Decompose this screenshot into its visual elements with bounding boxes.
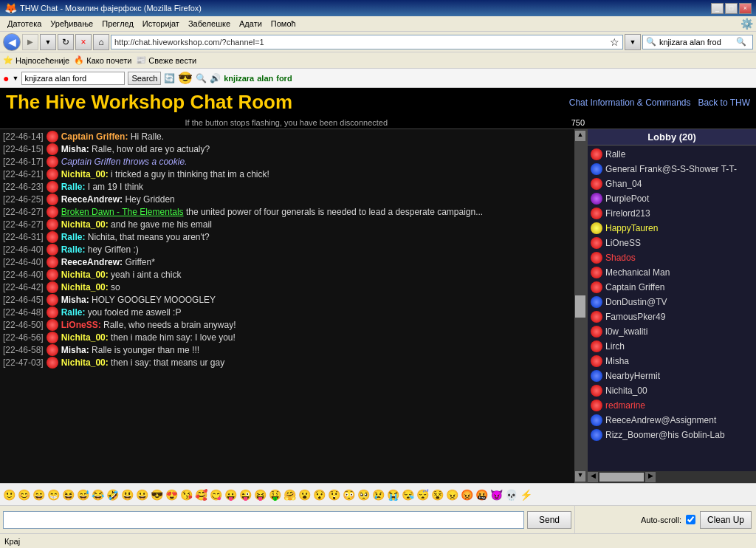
emoji-32[interactable]: 🤬 <box>475 489 488 501</box>
user-list-item[interactable]: Shados <box>589 250 755 265</box>
refresh-icon[interactable]: 🔄 <box>164 73 175 83</box>
minimize-button[interactable]: _ <box>711 3 724 14</box>
emoji-22[interactable]: 😲 <box>328 489 340 501</box>
emoji-1[interactable]: 😊 <box>18 489 30 501</box>
chat-messages[interactable]: [22-46-14]Captain Griffen: Hi Ralle.[22-… <box>0 129 574 483</box>
scroll-up-button[interactable]: ▲ <box>575 131 585 141</box>
go-button[interactable]: ▼ <box>625 34 641 50</box>
user-list-item[interactable]: NearbyHermit <box>589 369 755 383</box>
user-list-item[interactable]: redmarine <box>589 398 755 413</box>
maximize-button[interactable]: □ <box>725 3 738 14</box>
user-list-item[interactable]: DonDustin@TV <box>589 295 755 309</box>
message-input[interactable] <box>3 511 524 529</box>
search-button[interactable]: Search <box>128 72 161 85</box>
user-list-item[interactable]: Mechanical Man <box>589 265 755 280</box>
emoji-15[interactable]: 😛 <box>224 489 237 501</box>
emoji-35[interactable]: ⚡ <box>520 489 532 501</box>
emoji-25[interactable]: 😢 <box>372 489 385 501</box>
user-list-item[interactable]: Captain Griffen <box>589 280 755 295</box>
stop-button[interactable]: × <box>75 34 92 50</box>
emoji-8[interactable]: 😃 <box>121 489 134 501</box>
channel-search-input[interactable] <box>21 72 125 85</box>
chat-info-link[interactable]: Chat Information & Commands <box>569 97 691 108</box>
emoji-23[interactable]: 😳 <box>343 489 355 501</box>
emoji-28[interactable]: 😴 <box>416 489 429 501</box>
user-list-item[interactable]: Firelord213 <box>589 206 755 221</box>
bookmark-sveze-vesti[interactable]: 📰 Свеже вести <box>136 55 196 65</box>
menu-pregled[interactable]: Преглед <box>97 18 138 30</box>
forward-button[interactable]: ▶ <box>22 34 38 50</box>
emoji-6[interactable]: 😂 <box>92 489 104 501</box>
menu-pomoc[interactable]: Помоћ <box>267 18 300 30</box>
emoji-20[interactable]: 😮 <box>298 489 311 501</box>
close-button[interactable]: × <box>739 3 752 14</box>
bookmark-star[interactable]: ☆ <box>610 36 619 48</box>
user-list-item[interactable]: General Frank@S-S-Shower T-T- <box>589 162 755 177</box>
emoji-18[interactable]: 🤑 <box>269 489 281 501</box>
scroll-thumb[interactable] <box>575 295 585 318</box>
emoji-21[interactable]: 😯 <box>313 489 326 501</box>
send-button[interactable]: Send <box>527 511 571 529</box>
emoji-33[interactable]: 😈 <box>490 489 503 501</box>
user-list-item[interactable]: Lirch <box>589 339 755 354</box>
emoji-7[interactable]: 🤣 <box>106 489 119 501</box>
user-list-item[interactable]: ReeceAndrew@Assignment <box>589 413 755 428</box>
user-list-item[interactable]: PurplePoot <box>589 191 755 206</box>
autoscroll-checkbox[interactable] <box>686 515 695 524</box>
user-list-item[interactable]: Rizz_Boomer@his Goblin-Lab <box>589 428 755 442</box>
emoji-12[interactable]: 😘 <box>180 489 193 501</box>
menu-adati[interactable]: Адати <box>235 18 267 30</box>
back-to-thw-link[interactable]: Back to THW <box>698 97 750 108</box>
user-list-item[interactable]: LiOneSS <box>589 236 755 250</box>
sidebar-scroll-thumb[interactable] <box>599 473 644 482</box>
emoji-13[interactable]: 🥰 <box>195 489 207 501</box>
emoji-30[interactable]: 😠 <box>446 489 458 501</box>
emoji-34[interactable]: 💀 <box>505 489 518 501</box>
menu-zabeleshke[interactable]: Забелешке <box>184 18 235 30</box>
emoji-2[interactable]: 😄 <box>32 489 45 501</box>
emoji-17[interactable]: 😝 <box>254 489 267 501</box>
menu-uredjivanje[interactable]: Уређивање <box>46 18 97 30</box>
sidebar-scrollbar[interactable]: ◀ ▶ <box>588 471 756 483</box>
browser-search-icon[interactable]: 🔍 <box>736 37 746 47</box>
back-button[interactable]: ◀ <box>3 33 21 51</box>
emoji-26[interactable]: 😭 <box>387 489 399 501</box>
message-username: Ralle: <box>61 307 86 318</box>
sidebar-scroll-right[interactable]: ▶ <box>645 472 656 482</box>
sidebar-scroll-left[interactable]: ◀ <box>588 472 598 482</box>
emoji-10[interactable]: 😎 <box>151 489 163 501</box>
chat-scrollbar[interactable]: ▲ ▼ <box>574 129 586 483</box>
emoji-5[interactable]: 😅 <box>77 489 89 501</box>
emoji-27[interactable]: 😪 <box>402 489 414 501</box>
emoji-19[interactable]: 🤗 <box>284 489 296 501</box>
channel-dropdown-arrow[interactable]: ▼ <box>12 75 18 82</box>
emoji-24[interactable]: 🥺 <box>357 489 370 501</box>
user-list-item[interactable]: Ralle <box>589 147 755 162</box>
emoji-9[interactable]: 😀 <box>136 489 148 501</box>
browser-search-input[interactable] <box>659 38 733 47</box>
user-list-item[interactable]: FamousPker49 <box>589 309 755 324</box>
cleanup-button[interactable]: Clean Up <box>700 511 752 529</box>
emoji-0[interactable]: 🙂 <box>3 489 16 501</box>
menu-datoteka[interactable]: Датотека <box>3 18 46 30</box>
emoji-31[interactable]: 😡 <box>461 489 473 501</box>
emoji-29[interactable]: 😵 <box>431 489 444 501</box>
bookmark-kako-poceti[interactable]: 🔥 Како почети <box>74 55 131 65</box>
user-list-item[interactable]: Nichita_00 <box>589 383 755 398</box>
emoji-16[interactable]: 😜 <box>239 489 252 501</box>
user-list-item[interactable]: Ghan_04 <box>589 177 755 191</box>
dropdown-button[interactable]: ▼ <box>40 34 56 50</box>
home-button[interactable]: ⌂ <box>93 34 109 50</box>
user-list-item[interactable]: HappyTauren <box>589 221 755 236</box>
menu-istorijat[interactable]: Историјат <box>138 18 184 30</box>
user-list-item[interactable]: l0w_kwaliti <box>589 324 755 339</box>
emoji-4[interactable]: 😆 <box>62 489 75 501</box>
emoji-14[interactable]: 😋 <box>210 489 222 501</box>
emoji-11[interactable]: 😍 <box>165 489 178 501</box>
user-list-item[interactable]: Misha <box>589 354 755 369</box>
emoji-3[interactable]: 😁 <box>47 489 60 501</box>
bookmark-najposeceniije[interactable]: ⭐ Најпосећеније <box>3 55 69 65</box>
scroll-down-button[interactable]: ▼ <box>575 471 585 482</box>
refresh-button[interactable]: ↻ <box>58 34 74 50</box>
message-content: Misha: HOLY GOOGLEY MOOOGLEY <box>61 294 571 306</box>
